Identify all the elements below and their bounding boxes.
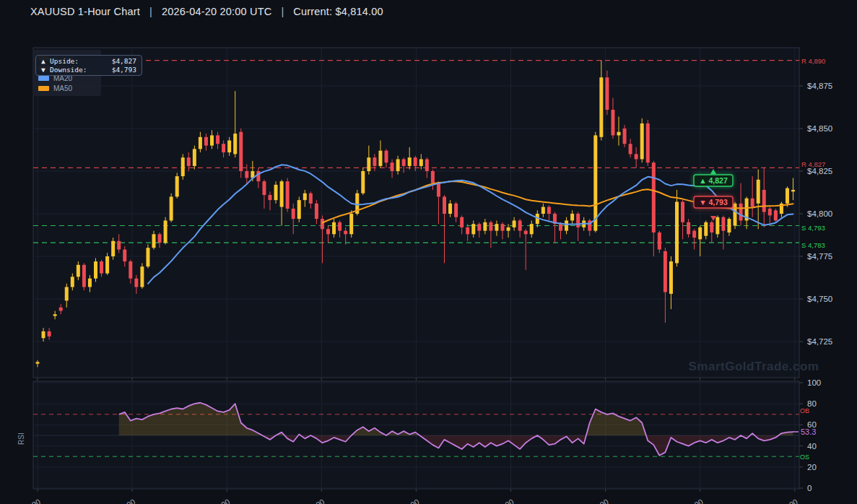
rsi-oversold-label: OS: [800, 453, 809, 461]
chart-title: XAUUSD 1-Hour Chart: [30, 6, 140, 17]
candle-body: [321, 219, 324, 229]
candle-body: [547, 207, 551, 214]
candle-body: [42, 331, 45, 338]
candle-body: [315, 204, 318, 219]
chart-area: $4,875$4,850$4,825$4,800$4,775$4,750$4,7…: [0, 22, 857, 504]
down-triangle-icon: ▼: [41, 66, 50, 74]
candle-body: [134, 279, 138, 287]
candle-body: [117, 241, 121, 250]
candle-body: [635, 154, 638, 159]
candle-body: [599, 77, 603, 137]
candle-body: [402, 159, 406, 165]
candle-body: [431, 171, 435, 183]
legend-item-ma50[interactable]: MA50: [38, 83, 96, 93]
candle-body: [518, 220, 522, 230]
watermark: SmartGoldTrade.com: [689, 360, 819, 373]
candle-body: [565, 220, 568, 230]
candle-body: [646, 123, 650, 162]
tooltip-value: $4,827: [112, 57, 136, 65]
candle-body: [774, 210, 778, 220]
candle-body: [570, 214, 574, 220]
rsi-axis-label: 0: [807, 484, 812, 492]
candle-body: [414, 157, 417, 166]
chart-timestamp: 2026-04-20 20:00 UTC: [162, 6, 271, 17]
time-axis-label: 20 20:00: [770, 497, 799, 504]
candle-body: [675, 201, 679, 263]
rsi-axis-label: 100: [807, 378, 821, 387]
rsi-axis-title: RSI: [17, 433, 25, 445]
tooltip-value: $4,793: [112, 66, 136, 74]
rsi-overbought-label: OB: [800, 407, 809, 414]
candle-body: [199, 137, 202, 149]
rsi-current-value: 53.3: [801, 427, 816, 436]
candle-body: [669, 261, 673, 294]
candle-body: [222, 144, 225, 152]
candle-body: [466, 227, 469, 234]
candle-body: [559, 224, 562, 230]
candle-body: [710, 222, 713, 233]
current-price: Current: $4,814.00: [293, 6, 383, 17]
level-label-s4783: S 4,783: [801, 241, 825, 249]
candle-body: [698, 227, 702, 240]
candle-body: [216, 135, 219, 144]
candle-body: [483, 222, 487, 231]
candle-body: [734, 204, 737, 226]
candle-body: [513, 220, 516, 227]
candle-body: [391, 162, 394, 171]
candle-body: [437, 183, 440, 197]
level-label-r4827: R 4,827: [801, 160, 825, 168]
candle-body: [65, 287, 69, 300]
candle-body: [344, 231, 347, 235]
candle-body: [187, 157, 191, 166]
downside-badge-text: ▼ 4,793: [699, 198, 728, 207]
candle-body: [507, 227, 510, 231]
level-label-s4793: S 4,793: [801, 224, 825, 232]
candle-body: [361, 171, 365, 194]
candle-body: [541, 207, 545, 214]
candle-body: [332, 222, 336, 235]
candle-body: [280, 181, 284, 207]
candle-body: [256, 171, 260, 181]
candle-body: [146, 248, 149, 266]
candle-body: [170, 196, 173, 220]
candle-body: [757, 180, 760, 204]
levels-tooltip: ▲Upside:$4,827▼Downside:$4,793: [35, 55, 142, 76]
tooltip-label: Upside:: [50, 57, 79, 65]
candle-body: [623, 129, 627, 144]
candle-body: [158, 234, 162, 243]
tooltip-downside-row: ▼Downside:$4,793: [41, 66, 136, 74]
candle-body: [164, 220, 168, 243]
candle-body: [605, 77, 609, 110]
price-rsi-chart: $4,875$4,850$4,825$4,800$4,775$4,750$4,7…: [0, 22, 857, 504]
candle-body: [385, 151, 388, 163]
candle-body: [88, 279, 92, 287]
candle-body: [123, 250, 126, 262]
up-triangle-icon: ▲: [41, 57, 50, 65]
candle-body: [152, 234, 156, 248]
candle-body: [309, 194, 313, 204]
time-axis-label: 14 08:00: [107, 497, 136, 504]
price-axis-label: $4,775: [807, 252, 832, 261]
candle-body: [704, 222, 708, 236]
candle-body: [471, 224, 475, 234]
candle-body: [378, 151, 382, 166]
level-label-r4890: R 4,890: [801, 57, 825, 65]
legend-label: MA50: [53, 84, 72, 92]
candle-body: [100, 261, 103, 274]
candle-body: [396, 159, 400, 171]
candle-body: [791, 190, 795, 191]
candle-body: [652, 162, 656, 233]
candle-body: [448, 204, 452, 214]
candle-body: [524, 231, 528, 235]
price-axis-label: $4,850: [807, 124, 832, 133]
candle-body: [292, 209, 295, 219]
price-axis-label: $4,875: [807, 82, 832, 90]
candle-body: [193, 149, 196, 166]
title-separator: |: [281, 6, 284, 17]
time-axis-label: 20 06:00: [675, 497, 705, 504]
candle-body: [140, 266, 144, 287]
candle-body: [419, 159, 423, 165]
candle-body: [245, 171, 248, 178]
candle-body: [349, 214, 353, 234]
candle-body: [501, 224, 505, 230]
